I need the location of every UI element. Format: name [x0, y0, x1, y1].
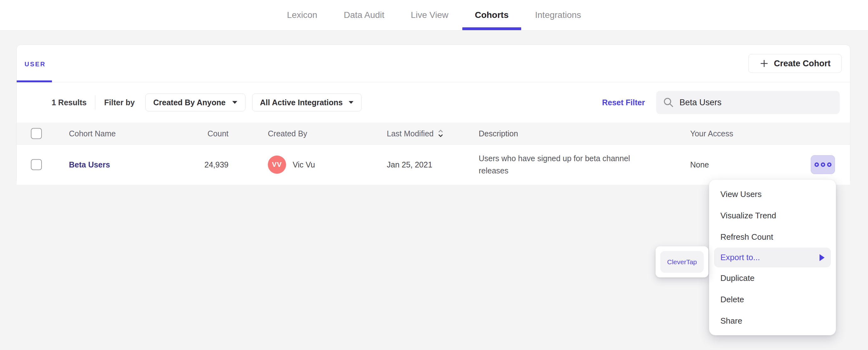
tab-user-label: USER [25, 61, 46, 68]
search-box[interactable] [656, 91, 840, 114]
header-your-access: Your Access [690, 129, 733, 138]
nav-tabs: Lexicon Data Audit Live View Cohorts Int… [0, 0, 868, 30]
active-tab-underline [462, 27, 521, 30]
select-all-checkbox-cell [31, 128, 42, 139]
reset-filter-link[interactable]: Reset Filter [602, 98, 645, 107]
create-cohort-label: Create Cohort [774, 59, 831, 69]
cohort-name-link[interactable]: Beta Users [69, 160, 110, 169]
chevron-down-icon [348, 101, 354, 104]
cohort-description: Users who have signed up for beta channe… [479, 152, 650, 177]
menu-item-delete[interactable]: Delete [709, 289, 836, 310]
sort-icon [437, 129, 444, 138]
nav-tab-integrations[interactable]: Integrations [535, 0, 581, 30]
cohort-access: None [690, 160, 709, 169]
filter-divider [95, 95, 95, 110]
avatar: VV [268, 155, 286, 174]
ellipsis-icon [827, 163, 832, 167]
header-last-modified-label: Last Modified [387, 129, 434, 138]
export-submenu: CleverTap [656, 246, 708, 277]
cohort-context-menu: View Users Visualize Trend Refresh Count… [709, 180, 836, 335]
cohort-creator: VV Vic Vu [268, 155, 315, 174]
nav-tab-label: Cohorts [475, 10, 508, 20]
created-by-dropdown-value: Created By Anyone [153, 98, 226, 107]
filter-by-label: Filter by [104, 98, 135, 107]
header-count: Count [177, 129, 228, 138]
filter-bar: 1 Results Filter by Created By Anyone Al… [17, 82, 850, 123]
cohort-count: 24,939 [177, 160, 228, 169]
ellipsis-icon [814, 163, 819, 167]
ellipsis-icon [821, 163, 825, 167]
menu-item-visualize-trend[interactable]: Visualize Trend [709, 205, 836, 226]
menu-item-share[interactable]: Share [709, 310, 836, 331]
table-header: Cohort Name Count Created By Last Modifi… [17, 123, 850, 144]
nav-tab-label: Live View [411, 10, 448, 20]
nav-tab-data-audit[interactable]: Data Audit [344, 0, 384, 30]
nav-tab-label: Lexicon [287, 10, 317, 20]
submenu-arrow-icon [819, 254, 825, 261]
chevron-down-icon [232, 101, 238, 104]
search-input[interactable] [680, 98, 833, 107]
header-description: Description [479, 127, 650, 140]
results-count: 1 Results [52, 98, 87, 107]
row-checkbox[interactable] [31, 159, 42, 170]
more-actions-button[interactable] [811, 155, 835, 174]
cohort-last-modified: Jan 25, 2021 [387, 160, 432, 169]
nav-tab-live-view[interactable]: Live View [411, 0, 448, 30]
cohorts-card: USER Create Cohort 1 Results Filter by C… [17, 45, 850, 184]
nav-tab-label: Data Audit [344, 10, 384, 20]
menu-item-export-to-label: Export to... [720, 253, 760, 262]
header-cohort-name: Cohort Name [69, 129, 116, 138]
header-last-modified[interactable]: Last Modified [387, 129, 444, 138]
menu-item-view-users[interactable]: View Users [709, 183, 836, 205]
submenu-item-clevertap[interactable]: CleverTap [660, 251, 704, 273]
menu-item-refresh-count[interactable]: Refresh Count [709, 226, 836, 248]
integrations-dropdown[interactable]: All Active Integrations [252, 94, 362, 111]
nav-tab-cohorts[interactable]: Cohorts [475, 0, 508, 30]
row-checkbox-cell [31, 159, 42, 170]
card-tabs-row: USER Create Cohort [17, 45, 850, 82]
menu-item-export-to[interactable]: Export to... [714, 248, 831, 267]
menu-item-duplicate[interactable]: Duplicate [709, 267, 836, 289]
search-icon [663, 97, 674, 108]
header-created-by: Created By [268, 129, 307, 138]
integrations-dropdown-value: All Active Integrations [260, 98, 343, 107]
top-nav: Lexicon Data Audit Live View Cohorts Int… [0, 0, 868, 31]
created-by-dropdown[interactable]: Created By Anyone [146, 94, 246, 111]
nav-tab-label: Integrations [535, 10, 581, 20]
create-cohort-button[interactable]: Create Cohort [748, 54, 842, 73]
row-actions-cell [811, 155, 835, 174]
nav-tab-lexicon[interactable]: Lexicon [287, 0, 317, 30]
select-all-checkbox[interactable] [31, 128, 42, 139]
plus-icon [760, 59, 769, 68]
creator-name: Vic Vu [293, 160, 315, 169]
table-row: Beta Users 24,939 VV Vic Vu Jan 25, 2021… [17, 144, 850, 185]
